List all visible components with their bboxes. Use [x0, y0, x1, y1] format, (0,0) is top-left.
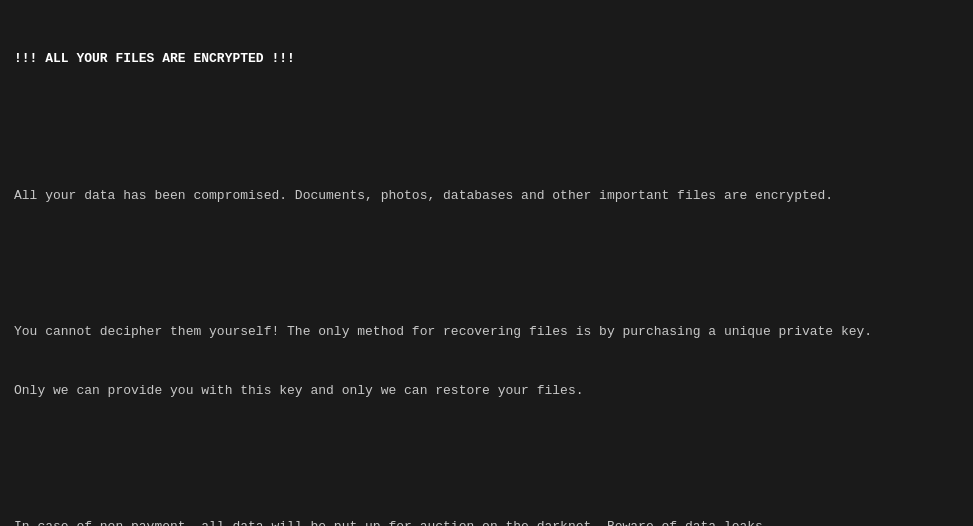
spacer-1	[14, 108, 959, 128]
spacer-2	[14, 244, 959, 264]
title-line: !!! ALL YOUR FILES ARE ENCRYPTED !!!	[14, 49, 959, 69]
block2-line2: Only we can provide you with this key an…	[14, 381, 959, 401]
spacer-3	[14, 439, 959, 459]
block3-line1: In case of non-payment, all data will be…	[14, 517, 959, 526]
block2-line1: You cannot decipher them yourself! The o…	[14, 322, 959, 342]
block1-line1: All your data has been compromised. Docu…	[14, 186, 959, 206]
ransom-note-container: !!! ALL YOUR FILES ARE ENCRYPTED !!! All…	[14, 10, 959, 526]
